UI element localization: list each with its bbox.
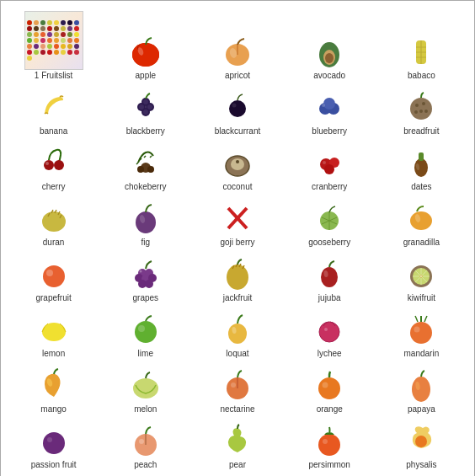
mandarin-label: mandarin: [404, 349, 440, 358]
banana-label: banana: [40, 126, 67, 136]
fig-icon: [127, 200, 164, 237]
list-item-cranberry[interactable]: cranberry: [284, 141, 376, 193]
nectarine-label: nectarine: [220, 404, 254, 414]
svg-point-93: [412, 377, 430, 402]
list-item-kiwifruit[interactable]: kiwifruit: [376, 252, 467, 304]
goji-berry-icon: [219, 200, 256, 237]
list-item-peach[interactable]: peach: [99, 419, 191, 471]
svg-point-7: [325, 53, 334, 63]
svg-point-99: [318, 434, 340, 456]
list-item-chokeberry[interactable]: chokeberry: [99, 141, 191, 193]
svg-point-61: [43, 265, 65, 287]
list-item-nectarine[interactable]: nectarine: [191, 363, 283, 415]
svg-point-22: [232, 104, 236, 108]
svg-point-25: [323, 98, 335, 110]
svg-point-79: [138, 325, 145, 332]
babaco-icon: [403, 33, 440, 70]
list-item-gooseberry[interactable]: gooseberry: [284, 196, 376, 249]
list-item-babaco[interactable]: babaco: [376, 8, 467, 82]
lemon-label: lemon: [42, 349, 65, 358]
lychee-icon: [311, 311, 348, 348]
list-item-pear[interactable]: pear: [191, 419, 283, 471]
coconut-label: coconut: [222, 182, 252, 191]
apricot-label: apricot: [225, 71, 250, 80]
svg-point-96: [47, 437, 52, 442]
list-item-jujuba[interactable]: jujuba: [284, 252, 376, 304]
kiwifruit-label: kiwifruit: [408, 293, 435, 302]
list-item-duran[interactable]: duran: [8, 196, 99, 249]
list-item-persimmon[interactable]: persimmon: [284, 419, 376, 471]
list-item-blackberry[interactable]: blackberry: [99, 85, 191, 137]
list-item-melon[interactable]: melon: [99, 363, 191, 415]
svg-point-62: [46, 270, 53, 276]
list-item-coconut[interactable]: coconut: [191, 141, 283, 193]
svg-point-59: [410, 211, 432, 230]
coconut-icon: [219, 144, 256, 181]
loquat-icon: [219, 311, 256, 348]
list-item-papaya[interactable]: papaya: [376, 363, 467, 415]
lemon-icon: [35, 311, 72, 348]
apricot-icon: [219, 33, 256, 70]
list-item-fruitslist[interactable]: 1 Fruitslist: [8, 8, 99, 82]
duran-label: duran: [43, 238, 65, 247]
list-item-lime[interactable]: lime: [99, 308, 191, 360]
list-item-mandarin[interactable]: mandarin: [376, 308, 467, 360]
list-item-apple[interactable]: apple: [99, 8, 191, 82]
svg-point-45: [324, 164, 334, 174]
list-item-lemon[interactable]: lemon: [8, 308, 99, 360]
blueberry-icon: [311, 88, 348, 126]
physalis-label: physalis: [406, 460, 436, 469]
list-item-blueberry[interactable]: blueberry: [284, 85, 376, 137]
pear-label: pear: [229, 460, 246, 469]
dates-label: dates: [411, 182, 431, 191]
list-item-fig[interactable]: fig: [99, 196, 191, 249]
persimmon-label: persimmon: [308, 460, 350, 469]
list-item-jackfruit[interactable]: jackfruit: [191, 252, 283, 304]
melon-label: melon: [134, 404, 157, 414]
list-item-grapes[interactable]: grapes: [99, 252, 191, 304]
list-item-lychee[interactable]: lychee: [284, 308, 376, 360]
avocado-label: avocado: [313, 71, 345, 80]
grapefruit-label: grapefruit: [35, 293, 71, 302]
svg-point-33: [44, 160, 54, 170]
svg-point-37: [137, 166, 144, 173]
svg-point-51: [136, 211, 156, 233]
nectarine-icon: [219, 366, 256, 404]
svg-point-78: [135, 321, 157, 343]
list-item-dates[interactable]: dates: [376, 141, 467, 193]
list-item-avocado[interactable]: avocado: [284, 8, 376, 82]
svg-point-35: [45, 162, 49, 165]
svg-point-69: [145, 280, 153, 288]
list-item-granadilla[interactable]: granadilla: [376, 196, 467, 249]
cranberry-icon: [311, 144, 348, 181]
grapes-icon: [127, 255, 164, 292]
lime-icon: [127, 311, 164, 348]
grapes-label: grapes: [133, 293, 159, 302]
lime-label: lime: [138, 349, 153, 358]
fruitslist-label: 1 Fruitslist: [35, 71, 73, 80]
svg-point-50: [42, 211, 66, 232]
list-item-blackcurrant[interactable]: blackcurrant: [191, 85, 283, 137]
passion-fruit-label: passion fruit: [31, 460, 77, 469]
list-item-goji-berry[interactable]: goji berry: [191, 196, 283, 249]
svg-point-18: [147, 104, 152, 110]
list-item-grapefruit[interactable]: grapefruit: [8, 252, 99, 304]
melon-icon: [127, 366, 164, 404]
list-item-banana[interactable]: banana: [8, 85, 99, 137]
list-item-apricot[interactable]: apricot: [191, 8, 283, 82]
blackberry-icon: [127, 88, 164, 126]
svg-point-29: [422, 102, 425, 105]
jujuba-label: jujuba: [318, 293, 341, 302]
list-item-loquat[interactable]: loquat: [191, 308, 283, 360]
list-item-passion-fruit[interactable]: passion fruit: [8, 419, 99, 471]
list-item-breadfruit[interactable]: breadfruit: [376, 85, 467, 137]
list-item-orange[interactable]: orange: [284, 363, 376, 415]
list-item-physalis[interactable]: physalis: [376, 419, 467, 471]
kiwifruit-icon: [403, 255, 440, 292]
goji-berry-label: goji berry: [220, 238, 254, 247]
apple-icon: [127, 33, 164, 70]
chokeberry-label: chokeberry: [125, 182, 166, 191]
list-item-mango[interactable]: mango: [8, 363, 99, 415]
svg-point-31: [414, 110, 418, 114]
list-item-cherry[interactable]: cherry: [8, 141, 99, 193]
